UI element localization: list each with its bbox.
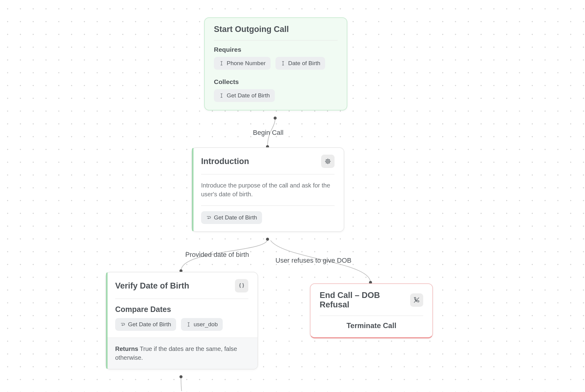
- section-requires-label: Requires: [205, 40, 347, 57]
- returns-label: Returns: [115, 345, 138, 352]
- node-title: Introduction: [201, 157, 249, 166]
- phone-off-icon: [413, 297, 420, 303]
- node-body: Introduce the purpose of the call and as…: [192, 174, 344, 205]
- cpu-icon: [324, 158, 331, 165]
- node-end-call[interactable]: End Call – DOB Refusal Terminate Call: [310, 283, 433, 338]
- section-collects-label: Collects: [205, 73, 347, 89]
- text-cursor-icon: [219, 61, 224, 66]
- svg-point-0: [274, 117, 277, 120]
- chip-get-date-of-birth[interactable]: Get Date of Birth: [115, 318, 176, 331]
- chip-date-of-birth[interactable]: Date of Birth: [275, 57, 325, 70]
- node-introduction[interactable]: Introduction Introduce the purpose of th…: [191, 147, 344, 232]
- text-cursor-icon: [280, 61, 286, 66]
- node-settings-button[interactable]: [321, 155, 335, 168]
- node-title: End Call – DOB Refusal: [320, 291, 410, 310]
- node-title: Start Outgoing Call: [214, 25, 289, 34]
- chip-label: Date of Birth: [288, 60, 321, 67]
- chip-get-date-of-birth[interactable]: Get Date of Birth: [201, 211, 262, 224]
- edge-label-refuse-dob: User refuses to give DOB: [275, 257, 351, 264]
- node-start-outgoing-call[interactable]: Start Outgoing Call Requires Phone Numbe…: [204, 17, 347, 110]
- chip-get-date-of-birth[interactable]: Get Date of Birth: [214, 89, 275, 102]
- text-cursor-icon: [186, 322, 191, 327]
- svg-rect-7: [327, 161, 329, 162]
- svg-point-2: [266, 238, 269, 241]
- chip-label: Get Date of Birth: [227, 92, 270, 99]
- chip-label: Phone Number: [227, 60, 266, 67]
- svg-rect-6: [326, 160, 330, 163]
- node-accent: [106, 272, 108, 369]
- node-accent: [192, 148, 193, 231]
- node-code-button[interactable]: [235, 279, 248, 292]
- loop-icon: [120, 322, 126, 327]
- svg-point-5: [179, 375, 183, 378]
- chip-label: Get Date of Birth: [128, 321, 171, 328]
- node-title: Verify Date of Birth: [115, 281, 189, 291]
- node-verify-dob[interactable]: Verify Date of Birth Compare Dates Get D…: [105, 272, 258, 369]
- chip-label: user_dob: [194, 321, 218, 328]
- loop-icon: [206, 215, 211, 220]
- node-subheading: Compare Dates: [106, 299, 257, 318]
- braces-icon: [238, 282, 245, 289]
- flow-canvas[interactable]: Begin Call Provided date of birth User r…: [0, 0, 585, 392]
- edge-label-provided-dob: Provided date of birth: [185, 251, 249, 259]
- text-cursor-icon: [219, 93, 224, 98]
- edge-label-begin-call: Begin Call: [253, 129, 283, 137]
- node-endcall-button[interactable]: [410, 293, 423, 307]
- returns-block: Returns True if the dates are the same, …: [106, 338, 257, 369]
- end-call-action: Terminate Call: [310, 316, 432, 330]
- chip-phone-number[interactable]: Phone Number: [214, 57, 271, 70]
- chip-user-dob[interactable]: user_dob: [181, 318, 223, 331]
- chip-label: Get Date of Birth: [214, 214, 257, 221]
